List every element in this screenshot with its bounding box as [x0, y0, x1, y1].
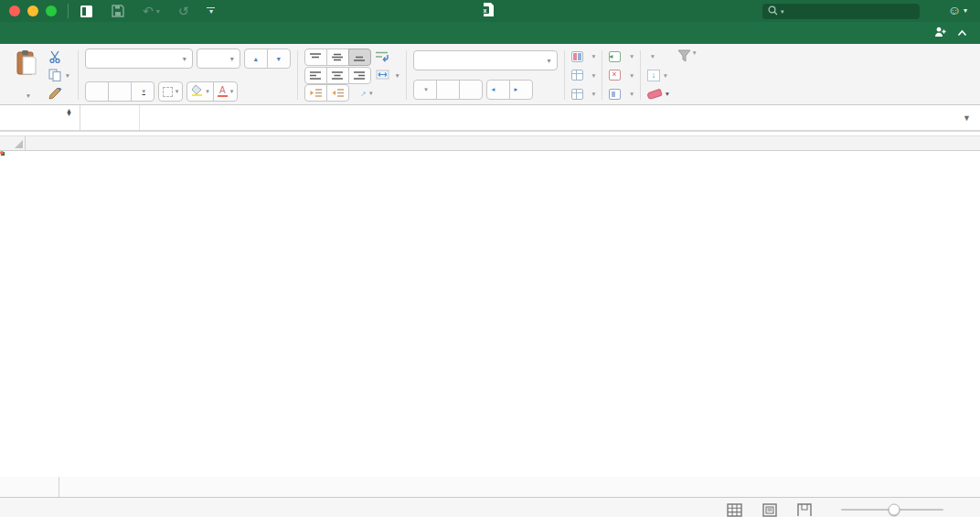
- name-box-spinner[interactable]: ▲▼: [66, 109, 72, 116]
- cells-group: ▾ ▾ ▾: [602, 48, 640, 102]
- formula-input[interactable]: [139, 105, 963, 130]
- share-button[interactable]: [934, 22, 980, 44]
- borders-chevron-icon[interactable]: ▾: [176, 88, 179, 95]
- redo-icon[interactable]: ↺: [178, 5, 189, 17]
- fill-color-button[interactable]: ▾: [186, 81, 214, 102]
- smiley-icon: ☺: [948, 3, 961, 17]
- cell-styles-icon: [571, 89, 583, 100]
- align-center-button[interactable]: [326, 67, 349, 84]
- zoom-slider-thumb[interactable]: [889, 504, 900, 516]
- borders-icon: [163, 87, 173, 97]
- column-header-row: [0, 135, 980, 151]
- insert-cells-button[interactable]: ▾: [609, 48, 634, 64]
- undo-button[interactable]: ↶▾: [143, 5, 160, 17]
- copy-chevron-icon[interactable]: ▾: [66, 71, 69, 80]
- page-layout-view-icon[interactable]: [762, 503, 777, 517]
- search-sheet-input[interactable]: ▾: [762, 4, 920, 19]
- title-bar: ↶▾ ↺ ▾ x ▾ ☺ ▾: [0, 0, 980, 22]
- select-all-corner[interactable]: [0, 136, 26, 150]
- font-color-button[interactable]: A ▾: [213, 81, 239, 102]
- search-scope-chevron-icon[interactable]: ▾: [781, 8, 784, 16]
- align-bottom-button[interactable]: [348, 48, 371, 66]
- format-cells-button[interactable]: ▾: [609, 86, 634, 102]
- fill-color-chevron-icon[interactable]: ▾: [206, 88, 209, 95]
- page-break-view-icon[interactable]: [797, 503, 812, 517]
- spreadsheet-grid: [0, 135, 980, 477]
- format-painter-button[interactable]: [48, 86, 69, 101]
- conditional-formatting-button[interactable]: ▾: [571, 48, 596, 64]
- status-bar: [0, 498, 980, 517]
- customize-toolbar-icon[interactable]: ▾: [207, 7, 215, 16]
- align-top-button[interactable]: [304, 48, 327, 66]
- shrink-font-button[interactable]: ▾: [267, 48, 291, 69]
- normal-view-icon[interactable]: [727, 503, 742, 517]
- align-middle-button[interactable]: [326, 48, 349, 66]
- font-color-chevron-icon[interactable]: ▾: [230, 88, 234, 95]
- minimize-window-button[interactable]: [27, 5, 38, 16]
- number-group: ▾ ▾ ◂ ▸: [407, 48, 564, 102]
- titlebar-separator: [68, 4, 69, 18]
- zoom-slider[interactable]: [841, 509, 943, 512]
- delete-cells-button[interactable]: ▾: [609, 68, 634, 83]
- text-orientation-button[interactable]: → ▾: [354, 84, 377, 102]
- currency-chevron-icon[interactable]: ▾: [424, 86, 428, 93]
- cell-styles-button[interactable]: ▾: [571, 86, 596, 102]
- paste-chevron-icon[interactable]: ▾: [27, 92, 30, 100]
- number-format-select[interactable]: ▾: [413, 50, 558, 70]
- add-sheet-button[interactable]: [33, 477, 59, 497]
- name-box[interactable]: ▲▼: [0, 105, 80, 130]
- cut-button[interactable]: [48, 49, 69, 64]
- zoom-window-button[interactable]: [46, 5, 57, 16]
- clear-button[interactable]: ▾: [647, 86, 669, 102]
- search-icon: [768, 5, 778, 17]
- borders-button[interactable]: ▾: [158, 81, 184, 102]
- ribbon: ▾ ▾ ▾ ▾: [0, 44, 980, 105]
- font-color-icon: A: [218, 86, 228, 97]
- format-as-table-button[interactable]: ▾: [571, 68, 596, 83]
- format-cells-icon: [609, 89, 621, 100]
- copy-button[interactable]: ▾: [48, 68, 69, 82]
- feedback-control[interactable]: ☺ ▾: [948, 3, 967, 17]
- feedback-chevron-icon: ▾: [964, 6, 967, 15]
- filter-funnel-icon: [677, 48, 692, 65]
- close-window-button[interactable]: [9, 5, 20, 16]
- save-icon[interactable]: [112, 5, 124, 17]
- annotation-box-bank-id: [0, 151, 4, 155]
- ribbon-tab-row: [0, 22, 980, 44]
- document-title-area: x: [481, 0, 499, 22]
- font-name-select[interactable]: ▾: [85, 48, 193, 69]
- font-size-select[interactable]: ▾: [197, 48, 240, 69]
- decrease-decimal-button[interactable]: ▸: [509, 80, 533, 100]
- percent-button[interactable]: [436, 80, 460, 100]
- insert-cells-icon: [609, 51, 621, 62]
- increase-indent-button[interactable]: [326, 84, 349, 102]
- fill-button[interactable]: ↓▾: [647, 68, 669, 83]
- italic-button[interactable]: [108, 81, 132, 102]
- comma-style-button[interactable]: [459, 80, 483, 100]
- new-workbook-icon[interactable]: [80, 5, 93, 18]
- sort-filter-button[interactable]: ▾: [676, 48, 697, 102]
- paste-button[interactable]: ▾: [12, 48, 41, 102]
- decrease-indent-button[interactable]: [304, 84, 327, 102]
- align-right-button[interactable]: [348, 67, 371, 84]
- underline-button[interactable]: ▾: [131, 81, 154, 102]
- increase-decimal-button[interactable]: ◂: [486, 80, 510, 100]
- formula-bar-expand-icon[interactable]: ▼: [963, 113, 980, 123]
- editing-group: ▾ ↓▾ ▾ ▾: [641, 48, 703, 102]
- fill-handle[interactable]: [0, 151, 5, 156]
- currency-button[interactable]: ▾: [413, 80, 437, 100]
- collapse-ribbon-chevron-icon[interactable]: [957, 27, 967, 39]
- merge-chevron-icon[interactable]: ▾: [396, 71, 399, 80]
- underline-chevron-icon[interactable]: ▾: [143, 88, 146, 95]
- orientation-chevron-icon[interactable]: ▾: [369, 90, 373, 97]
- grow-font-button[interactable]: ▴: [244, 48, 268, 69]
- align-left-button[interactable]: [304, 67, 327, 84]
- bold-button[interactable]: [85, 81, 109, 102]
- paste-clipboard-icon: [16, 50, 37, 80]
- merge-center-icon[interactable]: [376, 67, 389, 83]
- active-cell-outline[interactable]: [0, 151, 4, 155]
- wrap-text-icon[interactable]: [376, 49, 389, 66]
- styles-group: ▾ ▾ ▾: [565, 48, 602, 102]
- autosum-button[interactable]: ▾: [647, 48, 669, 64]
- conditional-formatting-icon: [571, 51, 583, 62]
